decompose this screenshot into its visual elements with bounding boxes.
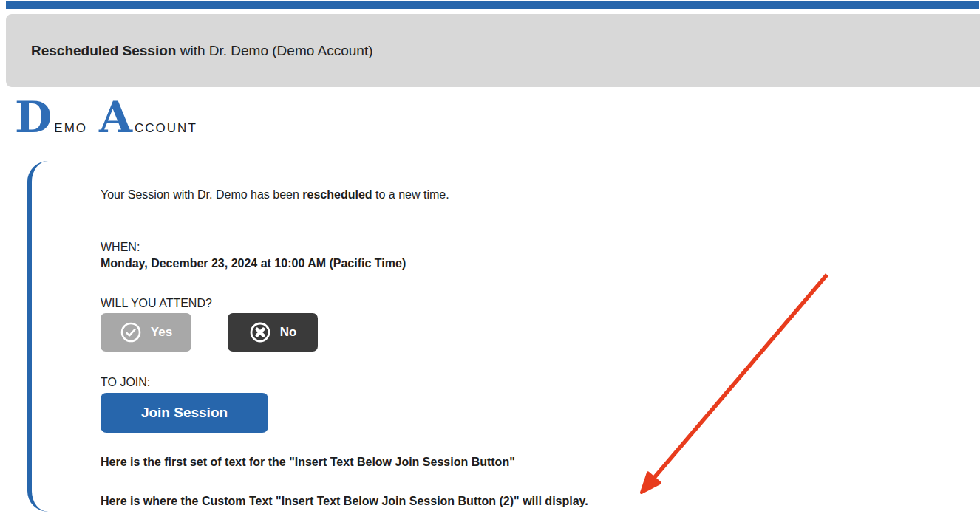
intro-text: Your Session with Dr. Demo has been resc…: [101, 188, 449, 202]
email-body-block: Your Session with Dr. Demo has been resc…: [27, 161, 826, 512]
email-preview-page: Rescheduled Session with Dr. Demo (Demo …: [0, 0, 980, 528]
subject-title-rest: with Dr. Demo (Demo Account): [176, 43, 372, 58]
when-value: Monday, December 23, 2024 at 10:00 AM (P…: [101, 257, 406, 270]
yes-button-label: Yes: [151, 325, 172, 340]
custom-text-below-button-1: Here is the first set of text for the "I…: [101, 456, 515, 469]
logo-word-demo-rest: EMO: [54, 121, 87, 136]
intro-emphasis: rescheduled: [302, 188, 372, 201]
subject-title-bold: Rescheduled Session: [31, 43, 176, 58]
join-label: TO JOIN:: [101, 376, 150, 389]
logo-initial-d: D: [15, 96, 52, 139]
top-accent-bar: [6, 1, 979, 9]
attend-buttons-row: Yes No: [101, 313, 318, 352]
x-circle-icon: [249, 321, 271, 343]
subject-title: Rescheduled Session with Dr. Demo (Demo …: [31, 43, 373, 59]
email-subject-header: Rescheduled Session with Dr. Demo (Demo …: [6, 14, 980, 87]
intro-suffix: to a new time.: [372, 188, 449, 201]
logo-initial-a: A: [99, 96, 132, 139]
intro-prefix: Your Session with Dr. Demo has been: [101, 188, 302, 201]
check-circle-icon: [120, 321, 142, 343]
attend-no-button[interactable]: No: [228, 313, 318, 352]
attend-label: WILL YOU ATTEND?: [101, 297, 212, 310]
no-button-label: No: [280, 325, 297, 340]
attend-yes-button[interactable]: Yes: [101, 313, 191, 352]
logo-word-account-rest: CCOUNT: [135, 121, 197, 136]
custom-text-below-button-2: Here is where the Custom Text "Insert Te…: [101, 495, 588, 508]
join-session-button[interactable]: Join Session: [101, 393, 268, 433]
brand-logo: D EMO A CCOUNT: [15, 96, 197, 139]
when-label: WHEN:: [101, 241, 140, 254]
